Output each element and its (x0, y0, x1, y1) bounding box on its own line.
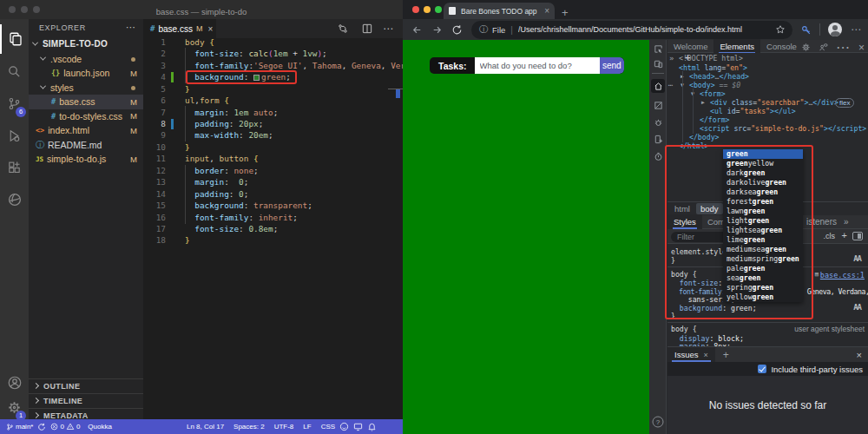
autocomplete-option-palegreen[interactable]: palegreen (723, 264, 803, 273)
language-mode-item[interactable]: CSS (321, 423, 335, 431)
reload-icon[interactable] (451, 24, 463, 36)
tab-elements[interactable]: Elements (713, 39, 760, 54)
code-line-2[interactable]: 2 font-size: calc(1em + 1vw); (143, 48, 403, 59)
address-bar[interactable]: ⓘ File | /Users/chrishellmann/Documents/… (471, 21, 792, 39)
tree-node-body-close[interactable]: </body> (689, 133, 720, 141)
code-line-11[interactable]: 11input, button { (143, 153, 403, 164)
vscode-editor[interactable]: 1body {2 font-size: calc(1em + 1vw);3 fo… (143, 19, 403, 419)
indentation-item[interactable]: Spaces: 2 (233, 423, 265, 431)
tab-console[interactable]: Console (760, 39, 803, 54)
send-button[interactable]: send (600, 57, 625, 74)
rule-ua-body-open[interactable]: body { (671, 326, 697, 334)
drawer-close-icon[interactable]: × (857, 350, 862, 360)
browser-zoom-button[interactable] (435, 6, 442, 13)
autocomplete-option-mediumspringgreen[interactable]: mediumspringgreen (723, 254, 803, 264)
explorer-item-to-do-styles-css[interactable]: # to-do-styles.css M (29, 109, 143, 124)
search-icon[interactable] (0, 56, 29, 86)
favorites-star-icon[interactable] (775, 24, 786, 35)
tree-node-script[interactable]: <script src="simple-to-do.js"></script> (700, 124, 866, 133)
explorer-more-actions-icon[interactable]: ⋯ (126, 22, 136, 33)
browser-minimize-button[interactable] (424, 6, 431, 13)
code-line-3[interactable]: 3 font-family:'Segoe UI', Tahoma, Geneva… (143, 60, 403, 71)
node-menu-dots-icon[interactable]: ⋯ (668, 81, 673, 89)
stylesheet-source-link[interactable]: base.css:1 (820, 271, 865, 279)
edge-devtools-icon[interactable] (0, 185, 29, 214)
rule-element-style-close[interactable]: } (671, 257, 675, 266)
help-icon[interactable]: ? (653, 417, 664, 428)
code-line-8[interactable]: 8 padding: 20px; (143, 118, 403, 129)
tree-node-div-searchbar[interactable]: <div class="searchbar">…</div> (710, 98, 838, 107)
explorer-item-base-css[interactable]: # base.css M (29, 95, 143, 109)
font-editor-icon[interactable]: AA (853, 254, 861, 263)
open-changes-icon[interactable] (337, 23, 349, 35)
editor-more-actions-icon[interactable]: ⋯ (383, 23, 394, 35)
code-line-17[interactable]: 17 font-size: 0.8em; (143, 223, 403, 234)
tree-node-html-close[interactable]: </html> (679, 141, 709, 150)
devtools-feedback-icon[interactable] (819, 43, 828, 52)
tab-close-icon[interactable]: × (207, 24, 213, 34)
devtools-settings-gear-icon[interactable] (801, 43, 811, 52)
explorer-item-readme-md[interactable]: ⓘ README.md (29, 138, 143, 153)
browser-close-button[interactable] (412, 6, 419, 13)
expand-arrow-icon[interactable]: ▶ (701, 98, 705, 107)
tree-node-ul-tasks[interactable]: <ul id="tasks"></ul> (710, 107, 796, 115)
devtools-close-icon[interactable]: × (858, 42, 865, 54)
autocomplete-option-greenyellow[interactable]: greenyellow (723, 159, 803, 168)
timeline-section-header[interactable]: TIMELINE (29, 393, 143, 407)
issues-tool-icon[interactable] (651, 115, 665, 129)
profile-avatar[interactable] (828, 23, 842, 36)
browser-tab[interactable]: Bare Bones TODO app × (444, 3, 555, 19)
code-line-12[interactable]: 12 border: none; (143, 165, 403, 176)
source-control-icon[interactable]: 6 (0, 89, 29, 118)
new-style-rule-button[interactable]: + (842, 230, 847, 240)
sync-icon[interactable] (37, 423, 46, 431)
explorer-item-simple-to-do-js[interactable]: JS simple-to-do.js M (29, 152, 143, 167)
performance-tool-icon[interactable] (651, 149, 665, 163)
explorer-icon[interactable] (0, 24, 29, 54)
tree-node-doctype[interactable]: <!DOCTYPE html> (679, 54, 743, 62)
site-info-icon[interactable]: ⓘ (479, 23, 488, 36)
toggle-class-button[interactable]: .cls (824, 232, 836, 240)
feedback-smiley-icon[interactable] (339, 422, 349, 431)
tab-styles[interactable]: Styles (667, 214, 702, 229)
todo-input[interactable] (475, 57, 600, 74)
code-line-4[interactable]: 4 background: green; (143, 71, 403, 82)
device-toolbar-icon[interactable] (651, 56, 665, 70)
tree-node-html-open[interactable]: <html lang="en"> (679, 63, 747, 72)
code-line-13[interactable]: 13 margin: 0; (143, 176, 403, 187)
code-line-5[interactable]: 5} (143, 83, 403, 95)
tab-listeners-fragment[interactable]: isteners (806, 217, 837, 227)
run-debug-icon[interactable] (0, 121, 29, 150)
code-line-16[interactable]: 16 font-family: inherit; (143, 212, 403, 223)
more-tabs-chevron-icon[interactable]: » (844, 217, 849, 227)
flex-badge[interactable]: flex (835, 98, 854, 108)
new-tab-button[interactable]: + (562, 6, 569, 19)
network-tool-icon[interactable] (651, 132, 665, 146)
problems-item[interactable]: 0 0 (50, 423, 80, 431)
settings-gear-icon[interactable]: 1 (0, 392, 29, 422)
cursor-position-item[interactable]: Ln 8, Col 17 (187, 423, 224, 431)
autocomplete-option-yellowgreen[interactable]: yellowgreen (723, 293, 803, 302)
autocomplete-option-darkolivegreen[interactable]: darkolivegreen (723, 178, 803, 187)
git-branch-item[interactable]: main* (6, 423, 33, 431)
explorer-item-index-html[interactable]: <> index.html M (29, 123, 143, 138)
autocomplete-option-limegreen[interactable]: limegreen (723, 235, 803, 245)
autocomplete-option-mediumseagreen[interactable]: mediumseagreen (723, 245, 803, 254)
code-line-18[interactable]: 18} (143, 234, 403, 246)
tree-node-body-open[interactable]: <body> == $0 (689, 81, 740, 89)
back-icon[interactable] (411, 24, 423, 36)
explorer-item-launch-json[interactable]: {} launch.json M (29, 66, 143, 81)
forward-icon[interactable] (431, 24, 443, 36)
encoding-item[interactable]: UTF-8 (274, 423, 294, 431)
explorer-item-vscode-folder[interactable]: .vscode (29, 52, 143, 67)
browser-menu-icon[interactable]: ⋯ (851, 23, 862, 36)
breadcrumb-body[interactable]: body (696, 203, 723, 214)
autocomplete-option-green[interactable]: green (723, 149, 803, 159)
autocomplete-option-lightgreen[interactable]: lightgreen (723, 216, 803, 226)
rule-body-close[interactable]: } (671, 312, 675, 321)
remote-icon[interactable] (353, 422, 363, 431)
quokka-item[interactable]: Quokka (88, 423, 112, 431)
eol-item[interactable]: LF (303, 423, 311, 431)
include-third-party-checkbox[interactable] (758, 365, 766, 373)
autocomplete-option-darkgreen[interactable]: darkgreen (723, 168, 803, 178)
